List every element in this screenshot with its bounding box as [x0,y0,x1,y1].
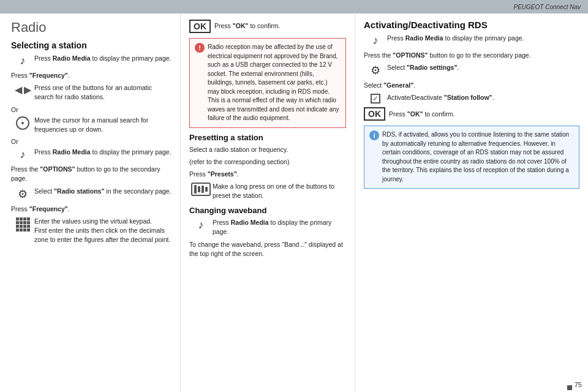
warning-text: Radio reception may be affected by the u… [208,43,341,123]
options-text1: Press the "OPTIONS" button to go to the … [11,165,172,183]
music-icon2: ♪ [11,148,34,161]
header-title: PEUGEOT Connect Nav [514,4,581,10]
section1-title: Selecting a station [11,40,172,50]
press-presets: Press "Presets". [189,170,346,179]
grid-text1: Enter the values using the virtual keypa… [34,217,152,225]
music-note-icon2: ♪ [20,148,26,161]
rds-music-text: Press Radio Media to display the primary… [387,34,524,43]
right-column: Activating/Deactivating RDS ♪ Press Radi… [355,13,588,392]
ok-row2: OK Press "OK" to confirm. [364,107,579,121]
mid-column: OK Press "OK" to confirm. ! Radio recept… [181,13,355,392]
left-column: Radio Selecting a station ♪ Press Radio … [0,13,181,392]
music-note-icon: ♪ [20,55,26,67]
knob-icon [16,116,29,130]
info-icon: i [369,130,379,140]
waveband-music-text: Press Radio Media to display the primary… [213,218,346,236]
grid-text2: First enter the units then click on the … [34,227,170,243]
warning-icon: ! [195,43,205,53]
ok-confirm1: Press "OK" to confirm. [214,21,280,31]
preset-intro2: (refer to the corresponding section) [189,157,346,167]
knob-dot [21,122,24,124]
radio-media-text2: Press Radio Media to display the primary… [34,148,172,157]
preset-icon-cell [189,182,213,196]
info-text: RDS, if activated, allows you to continu… [382,130,574,184]
radio-media-row1: ♪ Press Radio Media to display the prima… [11,54,172,67]
or1-text: Or [11,106,172,113]
settings-icon2-cell: ⚙ [364,63,387,77]
music-note-icon4: ♪ [373,34,379,47]
rds-options-text: Press the "OPTIONS" button to go to the … [364,51,579,60]
settings-icon2: ⚙ [371,64,380,77]
knob-text: Move the cursor for a manual search for … [34,116,172,134]
or2-text: Or [11,138,172,145]
music-icon4-cell: ♪ [364,34,387,47]
settings-icon1: ⚙ [18,187,28,201]
settings-icon1-cell: ⚙ [11,187,34,201]
radio-settings-text: Select "Radio settings". [387,63,459,72]
preset-intro1: Select a radio station or frequency. [189,145,346,154]
arrow-search-row: ◀ ▶ Press one of the buttons for an auto… [11,83,172,102]
preset-icon [191,183,211,196]
radio-settings-row: ⚙ Select "Radio settings". [364,63,579,77]
ok-confirm2: Press "OK" to confirm. [389,110,454,119]
warning-box: ! Radio reception may be affected by the… [189,38,346,128]
ok-badge1: OK [189,20,211,33]
music-icon3-cell: ♪ [189,218,213,232]
checkbox-icon-cell: ✓ [364,93,387,104]
radio-media-row2: ♪ Press Radio Media to display the prima… [11,148,172,161]
music-icon1: ♪ [11,54,34,67]
station-follow-row: ✓ Activate/Deactivate "Station follow". [364,93,579,104]
radio-media-text1: Press Radio Media to display the primary… [34,54,172,63]
section3-title: Changing waveband [189,206,346,215]
general-text: Select "General". [364,81,579,90]
arrow-right-icon: ▶ [24,84,31,96]
press-frequency2: Press "Frequency". [11,205,172,214]
rds-music-row: ♪ Press Radio Media to display the prima… [364,34,579,47]
waveband-music-row: ♪ Press Radio Media to display the prima… [189,218,346,236]
radio-stations-row: ⚙ Select "Radio stations" in the seconda… [11,187,172,201]
grid-icon [16,217,30,232]
arrow-icons-cell: ◀ ▶ [11,83,34,96]
preset-icon-text: Make a long press on one of the buttons … [213,182,346,200]
ok-row1: OK Press "OK" to confirm. [189,20,346,33]
corner-decoration [567,385,572,390]
page-number: 75 [575,381,582,388]
band-text: To change the waveband, press "Band..." … [189,240,346,258]
checkbox-icon: ✓ [371,94,380,104]
knob-row: Move the cursor for a manual search for … [11,116,172,134]
knob-icon-cell [11,116,34,130]
music-note-icon3: ♪ [198,219,204,232]
radio-stations-text: Select "Radio stations" in the secondary… [34,187,172,196]
station-follow-text: Activate/Deactivate "Station follow". [387,93,494,102]
press-frequency1: Press "Frequency". [11,71,172,80]
grid-icon-cell [11,217,34,232]
preset-icon-row: Make a long press on one of the buttons … [189,182,346,200]
arrow-left-icon: ◀ [15,84,22,96]
ok-badge2: OK [364,107,385,121]
page-title: Radio [11,20,172,36]
grid-row: Enter the values using the virtual keypa… [11,217,172,245]
section2-title: Presetting a station [189,133,346,142]
info-box: i RDS, if activated, allows you to conti… [364,126,579,189]
grid-text: Enter the values using the virtual keypa… [34,217,172,245]
arrow-text: Press one of the buttons for an automati… [34,83,172,102]
rds-section-title: Activating/Deactivating RDS [364,20,579,30]
